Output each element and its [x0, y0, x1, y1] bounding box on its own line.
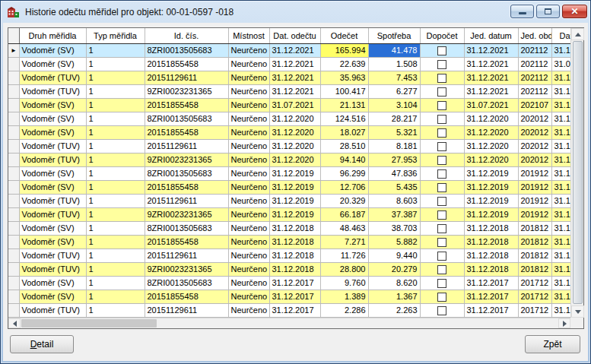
cell-druh[interactable]: Vodoměr (SV) — [19, 235, 86, 248]
cell-id[interactable]: 20151129611 — [145, 303, 228, 317]
cell-spotreba[interactable]: 2.263 — [368, 303, 420, 317]
cell-jed-obd[interactable]: 202012 — [518, 139, 551, 153]
cell-odecet[interactable]: 12.706 — [320, 180, 368, 194]
cell-dat-r[interactable]: 31.1 — [551, 71, 570, 84]
cell-id[interactable]: 20151855458 — [145, 57, 228, 71]
table-row[interactable]: Vodoměr (TUV) 1 20151129611 Neurčeno 31.… — [8, 71, 570, 84]
cell-dat-odectu[interactable]: 31.12.2020 — [269, 139, 320, 153]
cell-jed-datum[interactable]: 31.12.2018 — [464, 262, 518, 276]
cell-druh[interactable]: Vodoměr (TUV) — [19, 153, 86, 166]
cell-dat-r[interactable]: 31.1 — [551, 262, 570, 276]
row-indicator[interactable]: ► — [8, 43, 19, 57]
cell-dopocet[interactable] — [420, 303, 464, 317]
cell-id[interactable]: 9ZRI0023231365 — [145, 207, 228, 221]
cell-dat-odectu[interactable]: 31.12.2018 — [269, 235, 320, 248]
dopocet-checkbox[interactable] — [437, 293, 446, 302]
cell-jed-obd[interactable]: 201912 — [518, 194, 551, 207]
row-indicator[interactable] — [8, 71, 19, 84]
cell-jed-obd[interactable]: 201712 — [518, 290, 551, 303]
table-row[interactable]: Vodoměr (SV) 1 20151855458 Neurčeno 31.1… — [8, 235, 570, 248]
table-row[interactable]: Vodoměr (TUV) 1 9ZRI0023231365 Neurčeno … — [8, 262, 570, 276]
cell-jed-obd[interactable]: 202112 — [518, 84, 551, 98]
cell-jed-datum[interactable]: 31.07.2021 — [464, 98, 518, 112]
column-header-dat-odectu[interactable]: Dat. odečtu — [269, 28, 320, 43]
row-indicator[interactable] — [8, 166, 19, 180]
cell-typ[interactable]: 1 — [86, 57, 145, 71]
cell-dat-r[interactable]: 31.1 — [551, 125, 570, 139]
cell-id[interactable]: 20151855458 — [145, 180, 228, 194]
cell-mistnost[interactable]: Neurčeno — [228, 43, 269, 57]
cell-spotreba[interactable]: 3.104 — [368, 98, 420, 112]
cell-jed-datum[interactable]: 31.12.2021 — [464, 57, 518, 71]
dopocet-checkbox[interactable] — [437, 279, 446, 288]
table-row[interactable]: Vodoměr (TUV) 1 20151129611 Neurčeno 31.… — [8, 139, 570, 153]
cell-odecet[interactable]: 124.516 — [320, 112, 368, 125]
cell-jed-obd[interactable]: 201812 — [518, 248, 551, 262]
cell-odecet[interactable]: 35.963 — [320, 71, 368, 84]
cell-dat-odectu[interactable]: 31.12.2019 — [269, 207, 320, 221]
horizontal-scroll-thumb[interactable] — [21, 319, 157, 328]
dopocet-checkbox[interactable] — [437, 210, 446, 220]
cell-spotreba[interactable]: 6.277 — [368, 84, 420, 98]
cell-dat-r[interactable]: 31.1 — [551, 207, 570, 221]
row-indicator[interactable] — [8, 125, 19, 139]
column-header-typ-meridla[interactable]: Typ měřidla — [86, 28, 145, 43]
dopocet-checkbox[interactable] — [437, 74, 446, 83]
cell-spotreba[interactable]: 5.882 — [368, 235, 420, 248]
cell-dat-r[interactable]: 31.1 — [551, 139, 570, 153]
cell-typ[interactable]: 1 — [86, 194, 145, 207]
dopocet-checkbox[interactable] — [437, 183, 446, 192]
cell-mistnost[interactable]: Neurčeno — [228, 262, 269, 276]
cell-dopocet[interactable] — [420, 57, 464, 71]
dopocet-checkbox[interactable] — [437, 46, 446, 55]
table-row[interactable]: Vodoměr (SV) 1 8ZRI0013505683 Neurčeno 3… — [8, 221, 570, 235]
cell-druh[interactable]: Vodoměr (TUV) — [19, 71, 86, 84]
cell-dat-odectu[interactable]: 31.12.2019 — [269, 180, 320, 194]
cell-mistnost[interactable]: Neurčeno — [228, 194, 269, 207]
column-header-dat-r[interactable]: Dat.r — [551, 28, 570, 43]
cell-dat-r[interactable]: 31.1 — [551, 153, 570, 166]
cell-dat-r[interactable]: 31.1 — [551, 221, 570, 235]
cell-typ[interactable]: 1 — [86, 71, 145, 84]
table-row[interactable]: Vodoměr (TUV) 1 20151129611 Neurčeno 31.… — [8, 194, 570, 207]
dopocet-checkbox[interactable] — [437, 252, 446, 261]
scroll-up-button[interactable] — [571, 28, 584, 40]
column-header-spotreba[interactable]: Spotřeba — [368, 28, 420, 43]
row-indicator[interactable] — [8, 262, 19, 276]
cell-dat-r[interactable]: 31.1 — [551, 98, 570, 112]
cell-dopocet[interactable] — [420, 98, 464, 112]
cell-dat-odectu[interactable]: 31.12.2017 — [269, 303, 320, 317]
cell-spotreba[interactable]: 8.603 — [368, 194, 420, 207]
row-indicator[interactable] — [8, 57, 19, 71]
cell-dat-odectu[interactable]: 31.12.2020 — [269, 153, 320, 166]
cell-mistnost[interactable]: Neurčeno — [228, 248, 269, 262]
cell-odecet[interactable]: 28.800 — [320, 262, 368, 276]
cell-typ[interactable]: 1 — [86, 166, 145, 180]
cell-dat-odectu[interactable]: 31.12.2020 — [269, 112, 320, 125]
cell-typ[interactable]: 1 — [86, 139, 145, 153]
maximize-button[interactable] — [536, 5, 560, 18]
cell-dopocet[interactable] — [420, 276, 464, 290]
cell-typ[interactable]: 1 — [86, 303, 145, 317]
cell-druh[interactable]: Vodoměr (SV) — [19, 166, 86, 180]
scroll-left-button[interactable] — [8, 318, 21, 328]
cell-id[interactable]: 20151129611 — [145, 248, 228, 262]
cell-druh[interactable]: Vodoměr (SV) — [19, 98, 86, 112]
cell-typ[interactable]: 1 — [86, 98, 145, 112]
row-indicator[interactable] — [8, 194, 19, 207]
cell-dopocet[interactable] — [420, 221, 464, 235]
cell-dopocet[interactable] — [420, 207, 464, 221]
cell-id[interactable]: 8ZRI0013505683 — [145, 112, 228, 125]
cell-id[interactable]: 8ZRI0013505683 — [145, 166, 228, 180]
dopocet-checkbox[interactable] — [437, 169, 446, 179]
cell-odecet[interactable]: 100.417 — [320, 84, 368, 98]
cell-typ[interactable]: 1 — [86, 84, 145, 98]
cell-spotreba[interactable]: 1.508 — [368, 57, 420, 71]
cell-mistnost[interactable]: Neurčeno — [228, 71, 269, 84]
cell-dat-odectu[interactable]: 31.12.2017 — [269, 290, 320, 303]
cell-mistnost[interactable]: Neurčeno — [228, 153, 269, 166]
table-row[interactable]: Vodoměr (TUV) 1 9ZRI0023231365 Neurčeno … — [8, 207, 570, 221]
cell-jed-datum[interactable]: 31.12.2019 — [464, 180, 518, 194]
scroll-right-button[interactable] — [558, 318, 570, 328]
cell-id[interactable]: 20151129611 — [145, 71, 228, 84]
